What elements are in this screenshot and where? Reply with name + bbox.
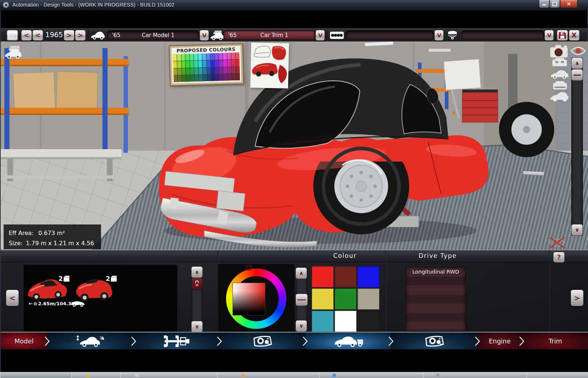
colour-swatch[interactable] [335, 289, 357, 310]
colour-swatch[interactable] [312, 311, 334, 332]
handle-grip [297, 299, 306, 301]
trim-name-field[interactable]: '65 Car Trim 1 [223, 30, 315, 40]
drive-type-list[interactable]: Longitudinal RWD [406, 267, 466, 332]
minimize-button[interactable] [539, 0, 549, 8]
question-icon: ? [557, 254, 561, 261]
slider-up-button[interactable]: ∧ [295, 267, 307, 279]
year-forward-fast-button[interactable]: > [75, 30, 86, 41]
arrow-left-icon: ← [29, 301, 33, 306]
top-letterbox [1, 10, 587, 28]
close-button[interactable]: ✕ [560, 0, 577, 8]
size-label: Size: [9, 240, 23, 247]
hide-visibility-icon[interactable] [548, 236, 566, 249]
gearbox-dropdown-button[interactable]: V [544, 30, 554, 41]
colour-swatch[interactable] [312, 266, 334, 287]
maximize-icon [552, 2, 557, 6]
tab-trim-label: Trim [548, 338, 562, 345]
colour-swatch-grid [312, 266, 380, 332]
body-list-up-button[interactable]: ∧ [191, 266, 203, 278]
lock-icon [194, 280, 200, 287]
tab-trim[interactable]: Trim [522, 333, 588, 350]
viewport-scrollbar[interactable] [571, 57, 583, 236]
view-perspective-icon[interactable] [549, 91, 570, 102]
next-section-button[interactable]: > [571, 290, 584, 306]
eye-icon[interactable] [571, 46, 586, 56]
drive-type-selected[interactable]: Longitudinal RWD [406, 267, 465, 275]
calendar-icon [8, 31, 17, 39]
year-display: 1965 [44, 31, 65, 39]
tab-body-type[interactable] [305, 333, 391, 350]
panel-divider [549, 250, 550, 333]
title-bar[interactable]: Automation - Design Tools - (WORK IN PRO… [0, 0, 588, 11]
tab-engine-label: Engine [489, 338, 511, 345]
car-body-icon [333, 335, 364, 347]
viewport-3d[interactable]: PROPOSED COLOURS [1, 41, 588, 250]
body-lock-button[interactable] [191, 278, 203, 290]
right-arrow-icon: > [574, 294, 580, 302]
model-dropdown-button[interactable]: V [200, 30, 209, 41]
chevron-down-icon: V [202, 33, 206, 38]
handle-grip [573, 75, 581, 76]
viewport-scroll-up-button[interactable]: ∧ [571, 57, 583, 69]
close-x-icon: X [572, 32, 577, 39]
viewport-scroll-down-button[interactable]: ∨ [571, 224, 583, 236]
main-toolbar: < < 1965 > > '65 Car Model 1 V [1, 28, 587, 42]
calendar-button[interactable] [7, 30, 18, 41]
tab-chevron [131, 336, 137, 346]
door-count-badge: 2 [106, 275, 117, 282]
bottom-letterbox [1, 349, 588, 372]
view-side-icon[interactable] [550, 69, 569, 79]
tab-engine[interactable]: Engine [478, 333, 522, 350]
tab-body-morph[interactable] [47, 333, 134, 350]
prev-section-button[interactable]: < [6, 290, 19, 306]
caret-up-icon: ∧ [195, 269, 199, 275]
slider-handle[interactable] [295, 294, 308, 306]
gearbox-name-field[interactable] [462, 30, 544, 40]
year-forward-button[interactable]: > [64, 30, 74, 41]
door-count: 2 [106, 275, 110, 282]
tab-chassis[interactable] [134, 333, 220, 350]
model-name-field[interactable]: '65 Car Model 1 [107, 30, 199, 40]
body-list-down-button[interactable]: ∨ [191, 321, 203, 333]
model-year-label: '65 [112, 32, 134, 39]
tab-fixtures-rear[interactable] [391, 333, 478, 350]
taskbar-button[interactable] [527, 373, 588, 378]
view-front-icon[interactable] [552, 57, 568, 67]
taskbar-button[interactable] [0, 373, 72, 378]
maximize-button[interactable] [549, 0, 560, 8]
colour-swatch[interactable] [358, 289, 379, 310]
save-button[interactable] [557, 30, 568, 41]
colour-swatch[interactable] [335, 311, 357, 332]
colour-swatch[interactable] [312, 289, 334, 310]
caret-down-icon: ∨ [195, 323, 199, 330]
eff-area-label: Eff Area: [9, 230, 33, 236]
taskbar-button[interactable] [217, 373, 320, 378]
help-button[interactable]: ? [553, 252, 565, 263]
rear-wheel [323, 148, 399, 224]
exit-designer-button[interactable]: X [569, 30, 580, 41]
colour-picker-panel [218, 263, 295, 333]
saturation-value-square[interactable] [233, 283, 265, 315]
tab-fixtures-front[interactable] [220, 333, 305, 350]
taskbar-button[interactable] [71, 373, 121, 378]
viewport-scroll-handle[interactable] [571, 69, 583, 81]
colour-swatch[interactable] [335, 266, 357, 287]
camera-icon[interactable] [549, 44, 569, 58]
engine-name-field[interactable] [346, 30, 434, 40]
trim-dropdown-button[interactable]: V [315, 30, 325, 41]
colour-swatch[interactable] [358, 311, 379, 332]
engine-dropdown-button[interactable]: V [434, 30, 444, 41]
dimensions-overlay: Eff Area: 0.673 m² Size: 1.79 m x 1.21 m… [4, 224, 101, 249]
view-rear-icon[interactable] [552, 81, 568, 90]
slider-down-button[interactable]: ∨ [295, 320, 307, 332]
colour-swatch[interactable] [358, 266, 379, 287]
front-wheel [499, 102, 554, 157]
tab-model[interactable]: Model [1, 333, 47, 350]
tab-chevron [388, 336, 394, 346]
hue-selector[interactable] [246, 265, 252, 271]
wheel-icon: ⊙ [33, 301, 37, 306]
year-back-fast-button[interactable]: < [21, 30, 32, 41]
design-panel: Colour Drive Type ? < 2 [1, 250, 588, 333]
chassis-icon [163, 335, 190, 348]
year-back-button[interactable]: < [32, 30, 43, 41]
